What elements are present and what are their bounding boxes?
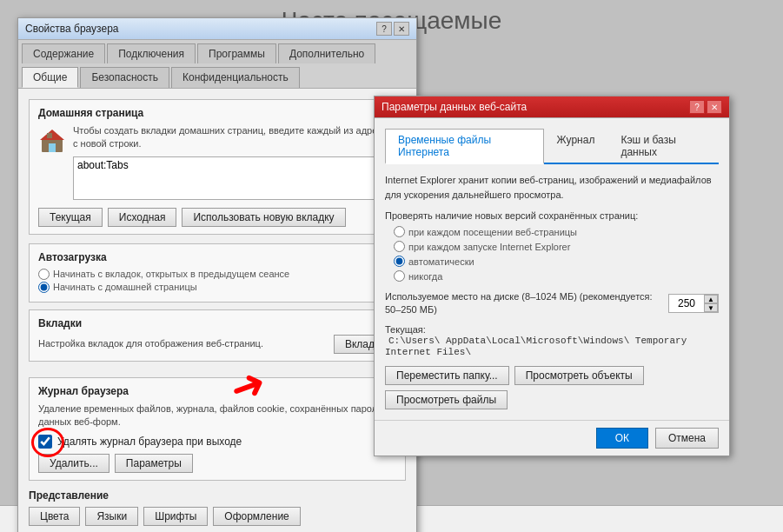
- repr-title: Представление: [29, 489, 406, 502]
- tab-content[interactable]: Содержание: [22, 43, 105, 63]
- autoload-section: Автозагрузка Начинать с вкладок, открыты…: [29, 243, 406, 303]
- radio-3[interactable]: [394, 270, 405, 282]
- radio-label-1: при каждом запуске Internet Explorer: [408, 242, 570, 252]
- tab-internet-files[interactable]: Временные файлы Интернета: [385, 129, 544, 164]
- current-section: Текущая: C:\Users\ AppData\Local\Microso…: [385, 324, 719, 357]
- default-btn[interactable]: Исходная: [108, 208, 177, 227]
- history-title: Журнал браузера: [38, 385, 396, 397]
- autoload-label-1: Начинать с вкладок, открытых в предыдуще…: [53, 269, 289, 279]
- tab-cache[interactable]: Кэш и базы данных: [607, 129, 719, 163]
- new-tab-btn[interactable]: Использовать новую вкладку: [182, 208, 345, 227]
- dialog-main-content: Домашняя страница Чтобы создать вкладки …: [18, 89, 416, 532]
- close-button[interactable]: ✕: [394, 22, 409, 36]
- dialog-main-title: Свойства браузера: [25, 23, 119, 35]
- homepage-title: Домашняя страница: [38, 107, 396, 119]
- autoload-label-2: Начинать с домашней страницы: [53, 282, 197, 292]
- disk-row: Используемое место на диске (8–1024 МБ) …: [385, 290, 719, 317]
- radio-option-0[interactable]: при каждом посещении веб-страницы: [394, 226, 719, 237]
- tab-general[interactable]: Общие: [22, 67, 78, 88]
- spinbox-down[interactable]: ▼: [704, 303, 718, 312]
- autoload-title: Автозагрузка: [38, 251, 396, 263]
- view-objects-btn[interactable]: Просмотреть объекты: [514, 366, 644, 385]
- dialog-main-titlebar: Свойства браузера ? ✕: [18, 18, 416, 40]
- radio-group: при каждом посещении веб-страницы при ка…: [394, 226, 719, 282]
- tab-advanced[interactable]: Дополнительно: [278, 43, 375, 63]
- fonts-btn[interactable]: Шрифты: [143, 507, 208, 526]
- website-data-dialog: Параметры данных веб-сайта ? ✕ Временные…: [374, 96, 730, 456]
- website-cancel-btn[interactable]: Отмена: [655, 428, 719, 449]
- radio-label-3: никогда: [408, 271, 442, 282]
- autoload-radio-1[interactable]: [38, 269, 50, 280]
- radio-label-2: автоматически: [408, 256, 474, 267]
- design-btn[interactable]: Оформление: [213, 507, 300, 526]
- tab-connections[interactable]: Подключения: [107, 43, 196, 63]
- homepage-buttons: Текущая Исходная Использовать новую вкла…: [38, 208, 396, 227]
- radio-label-0: при каждом посещении веб-страницы: [408, 227, 577, 237]
- repr-buttons: Цвета Языки Шрифты Оформление: [29, 507, 406, 526]
- delete-history-checkbox[interactable]: [38, 435, 52, 449]
- website-dialog-buttons: ОК Отмена: [375, 420, 729, 456]
- view-files-btn[interactable]: Просмотреть файлы: [385, 390, 508, 409]
- current-btn[interactable]: Текущая: [38, 208, 103, 227]
- radio-option-3[interactable]: никогда: [394, 270, 719, 282]
- tabs-desc: Настройка вкладок для отображения веб-ст…: [38, 337, 263, 350]
- home-icon: [38, 126, 66, 154]
- website-tab-bar: Временные файлы Интернета Журнал Кэш и б…: [385, 129, 719, 164]
- radio-option-2[interactable]: автоматически: [394, 256, 719, 267]
- website-action-buttons: Переместить папку... Просмотреть объекты…: [385, 366, 719, 409]
- website-close-btn[interactable]: ✕: [707, 100, 722, 114]
- current-label: Текущая:: [385, 324, 426, 335]
- colors-btn[interactable]: Цвета: [29, 507, 80, 526]
- disk-value-input[interactable]: [669, 296, 704, 311]
- spinbox-buttons: ▲ ▼: [704, 295, 718, 312]
- autoload-radio-2[interactable]: [38, 282, 50, 293]
- current-path: C:\Users\ AppData\Local\Microsoft\Window…: [385, 336, 687, 357]
- homepage-row: Чтобы создать вкладки домашних страниц, …: [38, 124, 396, 203]
- website-ok-btn[interactable]: ОК: [596, 428, 648, 449]
- move-folder-btn[interactable]: Переместить папку...: [385, 366, 509, 385]
- website-desc: Internet Explorer хранит копии веб-стран…: [385, 173, 719, 202]
- history-section: Журнал браузера Удаление временных файло…: [29, 377, 406, 481]
- check-title: Проверять наличие новых версий сохранённ…: [385, 210, 719, 221]
- tabs-section: Вкладки Настройка вкладок для отображени…: [29, 309, 406, 362]
- spinbox-up[interactable]: ▲: [704, 295, 718, 303]
- svg-rect-3: [47, 133, 52, 138]
- tab-privacy[interactable]: Конфиденциальность: [171, 67, 300, 88]
- languages-btn[interactable]: Языки: [85, 507, 138, 526]
- delete-history-label: Удалять журнал браузера при выходе: [57, 436, 242, 448]
- homepage-section: Домашняя страница Чтобы создать вкладки …: [29, 99, 406, 235]
- tab-row-2: Общие Безопасность Конфиденциальность: [18, 63, 416, 89]
- radio-0[interactable]: [394, 226, 405, 237]
- disk-label: Используемое место на диске (8–1024 МБ) …: [385, 290, 661, 317]
- tabs-title: Вкладки: [38, 317, 396, 329]
- tab-journal[interactable]: Журнал: [544, 129, 608, 163]
- delete-btn[interactable]: Удалить...: [38, 454, 109, 473]
- tab-programs[interactable]: Программы: [197, 43, 276, 63]
- website-dialog-title: Параметры данных веб-сайта: [382, 101, 527, 113]
- history-buttons: Удалить... Параметры: [38, 454, 396, 473]
- help-button[interactable]: ?: [376, 22, 392, 36]
- delete-history-row: Удалять журнал браузера при выходе: [38, 435, 396, 449]
- homepage-input[interactable]: [73, 156, 396, 200]
- radio-1[interactable]: [394, 241, 405, 252]
- history-desc: Удаление временных файлов, журнала, файл…: [38, 402, 396, 429]
- website-titlebar-controls: ? ✕: [689, 100, 722, 114]
- website-dialog-titlebar: Параметры данных веб-сайта ? ✕: [375, 96, 729, 118]
- radio-2[interactable]: [394, 256, 405, 267]
- tab-security[interactable]: Безопасность: [80, 67, 169, 88]
- radio-option-1[interactable]: при каждом запуске Internet Explorer: [394, 241, 719, 252]
- browser-properties-dialog: Свойства браузера ? ✕ Содержание Подключ…: [17, 17, 417, 532]
- titlebar-controls: ? ✕: [376, 22, 409, 36]
- svg-rect-2: [49, 143, 56, 152]
- autoload-option-1[interactable]: Начинать с вкладок, открытых в предыдуще…: [38, 269, 396, 280]
- website-dialog-content: Временные файлы Интернета Журнал Кэш и б…: [375, 118, 729, 420]
- disk-spinbox[interactable]: ▲ ▼: [668, 294, 719, 313]
- autoload-option-2[interactable]: Начинать с домашней страницы: [38, 282, 396, 293]
- representation-section: Представление Цвета Языки Шрифты Оформле…: [29, 489, 406, 526]
- tab-row-1: Содержание Подключения Программы Дополни…: [18, 40, 416, 64]
- website-help-btn[interactable]: ?: [689, 100, 705, 114]
- params-btn[interactable]: Параметры: [115, 454, 193, 473]
- homepage-desc: Чтобы создать вкладки домашних страниц, …: [73, 124, 396, 151]
